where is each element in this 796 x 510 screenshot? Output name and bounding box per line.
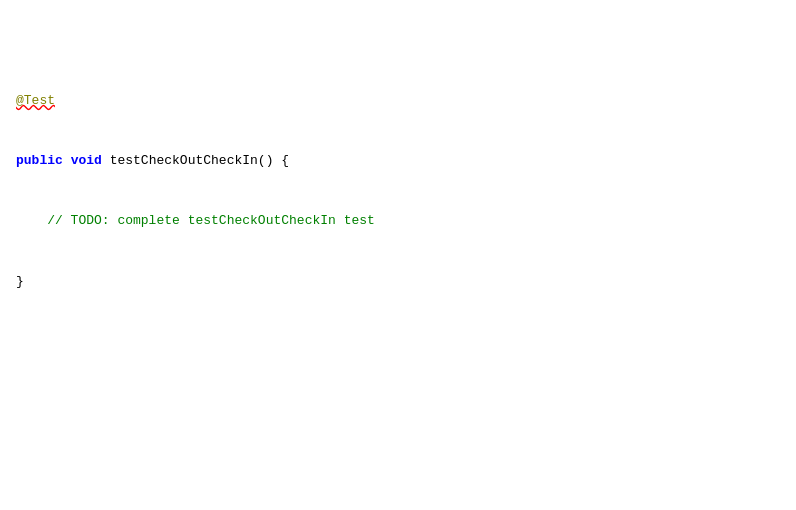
method-name: testCheckOutCheckIn() {: [102, 153, 289, 168]
code-line: // TODO: complete testCheckOutCheckIn te…: [16, 211, 780, 231]
plain-text: [63, 153, 71, 168]
code-line: @Test: [16, 91, 780, 111]
annotation-test-1: @Test: [16, 93, 55, 108]
code-line: public void testCheckOutCheckIn() {: [16, 151, 780, 171]
code-editor: @Test public void testCheckOutCheckIn() …: [16, 10, 780, 510]
keyword-public: public: [16, 153, 63, 168]
code-block-2: @Test public void testClear() { // TODO:…: [16, 467, 780, 510]
comment-line: // TODO: complete testCheckOutCheckIn te…: [16, 213, 375, 228]
spacer: [16, 393, 780, 407]
code-block-1: @Test public void testCheckOutCheckIn() …: [16, 50, 780, 332]
code-line: }: [16, 272, 780, 292]
plain-text: }: [16, 274, 24, 289]
keyword-void: void: [71, 153, 102, 168]
